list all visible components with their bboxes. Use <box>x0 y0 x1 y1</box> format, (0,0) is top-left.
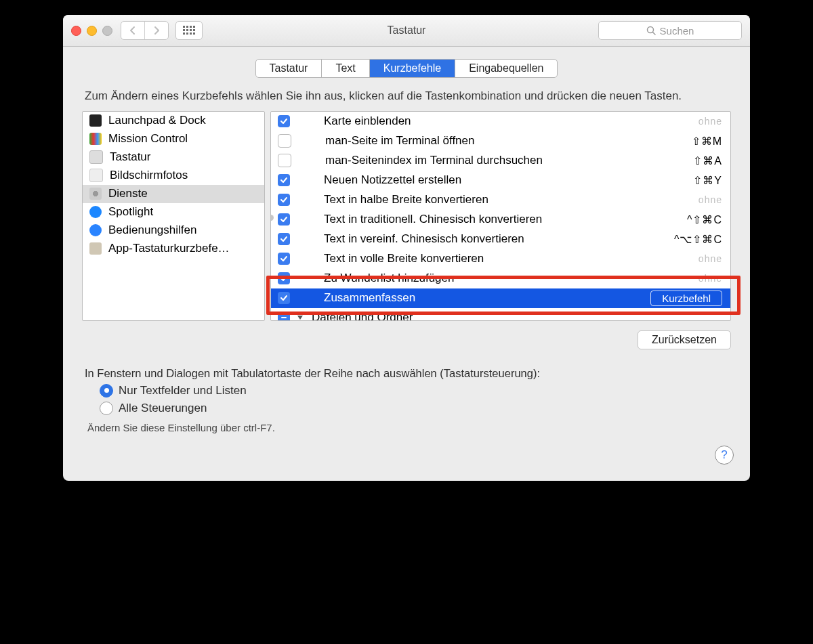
assign-shortcut-button[interactable]: Kurzbefehl <box>650 291 722 306</box>
svg-line-13 <box>652 33 655 35</box>
category-launchpad-dock[interactable]: Launchpad & Dock <box>83 112 264 130</box>
svg-rect-5 <box>186 29 188 31</box>
shortcut-row[interactable]: Karte einblenden ohne <box>271 112 730 131</box>
gear-icon <box>89 188 102 200</box>
minimize-window-button[interactable] <box>87 26 97 36</box>
window-controls <box>71 26 112 36</box>
checkbox[interactable] <box>278 134 291 148</box>
nav-buttons <box>121 21 169 40</box>
svg-rect-10 <box>190 33 192 35</box>
checkbox[interactable] <box>278 154 291 167</box>
shortcut-row[interactable]: Neuen Notizzettel erstellen ⇧⌘Y <box>271 171 730 190</box>
shortcut-row[interactable]: man-Seitenindex im Terminal durchsuchen … <box>271 151 730 171</box>
radio-text-fields-only[interactable]: Nur Textfelder und Listen <box>100 384 728 398</box>
shortcut-row[interactable]: Text in traditionell. Chinesisch konvert… <box>271 210 730 230</box>
category-app-shortcuts[interactable]: App-Tastaturkurzbefe… <box>83 240 264 258</box>
shortcut-row-selected[interactable]: Zusammenfassen Kurzbefehl <box>271 288 730 308</box>
svg-rect-0 <box>183 26 185 28</box>
svg-rect-11 <box>193 33 195 35</box>
svg-rect-6 <box>190 29 192 31</box>
screenshot-icon <box>89 169 103 182</box>
checkbox[interactable] <box>278 174 290 186</box>
svg-rect-3 <box>193 26 195 28</box>
checkbox[interactable] <box>278 253 290 265</box>
tab-eingabequellen[interactable]: Eingabequellen <box>455 60 557 77</box>
svg-rect-9 <box>186 33 188 35</box>
tab-tastatur[interactable]: Tastatur <box>256 60 322 77</box>
checkbox[interactable] <box>278 194 290 206</box>
close-window-button[interactable] <box>71 26 81 36</box>
footnote-text: Ändern Sie diese Einstellung über ctrl-F… <box>87 422 728 433</box>
titlebar: Tastatur Suchen <box>63 15 750 47</box>
shortcut-group-row[interactable]: Dateien und Ordner <box>271 308 730 321</box>
radio-button[interactable] <box>100 384 113 398</box>
reset-button[interactable]: Zurücksetzen <box>638 330 731 349</box>
svg-rect-2 <box>190 26 192 28</box>
shortcut-row[interactable]: Zu Wunderlist hinzufügen ohne <box>271 269 730 288</box>
mission-control-icon <box>89 133 102 145</box>
launchpad-icon <box>89 114 102 127</box>
shortcut-row[interactable]: Text in halbe Breite konvertieren ohne <box>271 190 730 210</box>
tab-text[interactable]: Text <box>322 60 369 77</box>
content-area: Tastatur Text Kurzbefehle Eingabequellen… <box>63 47 750 481</box>
category-bildschirmfotos[interactable]: Bildschirmfotos <box>83 167 264 185</box>
search-placeholder: Suchen <box>660 25 694 37</box>
checkbox[interactable] <box>278 115 290 127</box>
spotlight-icon <box>89 206 102 218</box>
svg-rect-4 <box>183 29 185 31</box>
category-bedienungshilfen[interactable]: Bedienungshilfen <box>83 221 264 240</box>
checkbox[interactable] <box>278 272 290 284</box>
svg-rect-7 <box>193 29 195 31</box>
category-tastatur[interactable]: Tastatur <box>83 148 264 167</box>
checkbox[interactable] <box>278 292 290 304</box>
category-spotlight[interactable]: Spotlight <box>83 203 264 221</box>
preferences-window: Tastatur Suchen Tastatur Text Kurzbefehl… <box>63 15 750 481</box>
apps-icon <box>89 242 102 255</box>
checkbox-mixed[interactable] <box>278 312 290 321</box>
back-button[interactable] <box>121 22 144 39</box>
keyboard-icon <box>89 150 103 164</box>
category-mission-control[interactable]: Mission Control <box>83 130 264 148</box>
accessibility-icon <box>89 224 102 236</box>
forward-button[interactable] <box>144 22 168 39</box>
search-field[interactable]: Suchen <box>598 21 742 40</box>
category-dienste[interactable]: Dienste <box>83 185 264 203</box>
shortcut-row[interactable]: man-Seite im Terminal öffnen ⇧⌘M <box>271 131 730 151</box>
tab-kurzbefehle[interactable]: Kurzbefehle <box>370 60 455 77</box>
zoom-window-button[interactable] <box>102 26 112 36</box>
keyboard-access-prompt: In Fenstern und Dialogen mit Tabulatorta… <box>85 367 728 380</box>
grid-icon <box>183 26 195 35</box>
instructions-text: Zum Ändern eines Kurzbefehls wählen Sie … <box>85 89 728 104</box>
svg-rect-8 <box>183 33 185 35</box>
radio-all-controls[interactable]: Alle Steuerungen <box>100 402 728 415</box>
search-icon <box>646 26 656 35</box>
shortcut-row[interactable]: Text in volle Breite konvertieren ohne <box>271 249 730 269</box>
checkbox[interactable] <box>278 233 290 245</box>
show-all-button[interactable] <box>175 21 203 40</box>
checkbox[interactable] <box>278 213 290 226</box>
radio-button[interactable] <box>100 402 113 415</box>
shortcut-row[interactable]: Text in vereinf. Chinesisch konvertieren… <box>271 230 730 249</box>
tab-bar: Tastatur Text Kurzbefehle Eingabequellen <box>78 59 735 78</box>
shortcut-list[interactable]: Karte einblenden ohne man-Seite im Termi… <box>270 111 731 321</box>
svg-rect-1 <box>186 26 188 28</box>
help-button[interactable]: ? <box>715 446 734 465</box>
disclosure-triangle-icon[interactable] <box>297 311 305 321</box>
category-list[interactable]: Launchpad & Dock Mission Control Tastatu… <box>82 111 265 321</box>
